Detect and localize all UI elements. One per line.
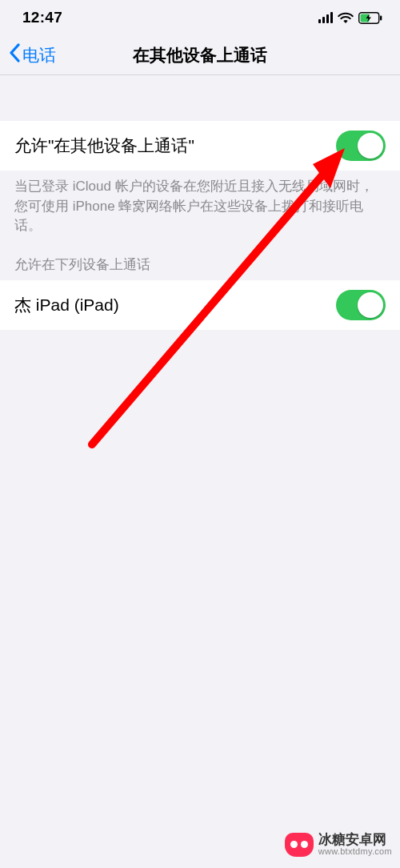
watermark-url: www.btxtdmy.com: [318, 847, 392, 857]
allow-calls-label: 允许"在其他设备上通话": [14, 135, 194, 157]
allow-calls-description: 当已登录 iCloud 帐户的设备在您附近且接入无线局域网时，您可使用 iPho…: [0, 171, 400, 236]
page-title: 在其他设备上通话: [0, 44, 400, 66]
watermark: 冰糖安卓网 www.btxtdmy.com: [285, 833, 392, 857]
back-button[interactable]: 电话: [0, 43, 56, 66]
device-row: 杰 iPad (iPad): [0, 280, 400, 330]
navigation-bar: 电话 在其他设备上通话: [0, 35, 400, 75]
wifi-icon: [338, 12, 354, 24]
status-indicators: [318, 12, 383, 24]
status-bar: 12:47: [0, 0, 400, 35]
device-label: 杰 iPad (iPad): [14, 294, 119, 316]
device-toggle[interactable]: [336, 290, 386, 320]
battery-charging-icon: [358, 12, 382, 24]
status-time: 12:47: [22, 9, 62, 26]
allow-calls-on-other-devices-row: 允许"在其他设备上通话": [0, 121, 400, 171]
cellular-signal-icon: [318, 12, 334, 23]
watermark-logo-icon: [285, 833, 314, 857]
chevron-left-icon: [8, 43, 21, 66]
devices-section-header: 允许在下列设备上通话: [0, 236, 400, 280]
back-label: 电话: [22, 44, 56, 66]
allow-calls-toggle[interactable]: [336, 131, 386, 161]
svg-rect-2: [380, 15, 382, 20]
watermark-name: 冰糖安卓网: [318, 833, 392, 847]
